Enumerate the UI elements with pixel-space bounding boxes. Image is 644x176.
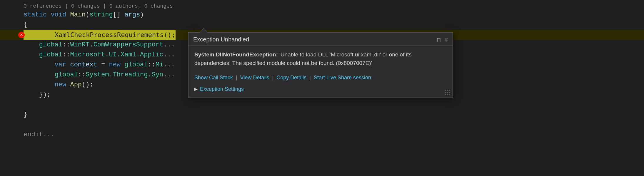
- global-kw2: global: [39, 50, 62, 60]
- sep1: |: [236, 75, 237, 81]
- paren-close: ): [140, 10, 144, 20]
- brace-open: {: [24, 20, 27, 30]
- grid-icon: [445, 90, 450, 95]
- sep3: |: [309, 75, 311, 81]
- indent3: [24, 60, 55, 70]
- global-kw1: global: [39, 40, 62, 50]
- ellipsis1: ...: [163, 40, 175, 50]
- ellipsis4: ...: [163, 70, 175, 80]
- ellipsis2: ...: [163, 50, 175, 60]
- code-line-empty2: [0, 120, 644, 130]
- live-share-link[interactable]: Start Live Share session.: [314, 75, 373, 81]
- exception-type: System.DllNotFoundException:: [194, 51, 278, 58]
- copy-details-link[interactable]: Copy Details: [276, 75, 306, 81]
- app-semi: ();: [82, 80, 94, 90]
- new-kw2: new: [55, 80, 70, 90]
- popup-body: System.DllNotFoundException: 'Unable to …: [188, 46, 453, 98]
- param-args: args: [124, 10, 140, 20]
- var-context: context: [70, 60, 97, 70]
- colons2: ::: [62, 50, 70, 60]
- keyword-static: static: [24, 10, 51, 20]
- colons1: ::: [62, 40, 70, 50]
- indent4: [24, 70, 55, 80]
- mi-ns: Mi: [156, 60, 163, 70]
- brace-close: }: [24, 110, 27, 120]
- code-line-empty: [0, 100, 644, 110]
- pin-button[interactable]: ⊓: [436, 37, 441, 43]
- exception-settings-link[interactable]: Exception Settings: [200, 86, 244, 92]
- popup-footer: ▶ Exception Settings: [194, 85, 447, 94]
- colons3: ::: [148, 60, 156, 70]
- indent2: [24, 50, 39, 60]
- bracket: []: [113, 10, 125, 20]
- param-type: string: [89, 10, 113, 20]
- colons4: ::: [78, 70, 86, 80]
- app-call: App: [70, 80, 82, 90]
- exception-message: System.DllNotFoundException: 'Unable to …: [194, 50, 447, 68]
- highlight-code: XamlCheckProcessRequirements();: [24, 30, 176, 40]
- indent1: [24, 40, 39, 50]
- view-details-link[interactable]: View Details: [240, 75, 269, 81]
- method-main: Main: [70, 10, 86, 20]
- code-line-endif: endif...: [0, 130, 644, 140]
- global-kw4: global: [55, 70, 78, 80]
- popup-title: Exception Unhandled: [193, 36, 249, 43]
- ellipsis3: ...: [163, 60, 175, 70]
- popup-links: Show Call Stack | View Details | Copy De…: [194, 75, 447, 81]
- var-keyword: var: [55, 60, 70, 70]
- paren-open: (: [86, 10, 89, 20]
- threading-ns: System.Threading.Syn: [86, 70, 163, 80]
- editor-area: 0 references | 0 changes | 0 authors, 0 …: [0, 0, 644, 176]
- endif-text: endif...: [24, 130, 55, 140]
- new-kw: new: [109, 60, 124, 70]
- indent5: [24, 80, 55, 90]
- code-line-brace-open: {: [0, 20, 644, 30]
- winrt-ns: WinRT.ComWrappersSupport: [70, 40, 163, 50]
- keyword-void: void: [51, 10, 70, 20]
- code-line-main: static void Main(string[] args): [0, 10, 644, 20]
- exception-popup: Exception Unhandled ⊓ × System.DllNotFou…: [188, 32, 453, 98]
- assign-op: =: [97, 60, 109, 70]
- global-kw3: global: [124, 60, 148, 70]
- error-dot: ✕: [18, 32, 25, 38]
- footer-expand-icon[interactable]: ▶: [194, 87, 198, 91]
- close-lambda: });: [24, 90, 51, 100]
- sep2: |: [272, 75, 273, 81]
- popup-header: Exception Unhandled ⊓ ×: [188, 33, 453, 46]
- show-call-stack-link[interactable]: Show Call Stack: [194, 75, 233, 81]
- meta-line: 0 references | 0 changes | 0 authors, 0 …: [0, 2, 644, 10]
- popup-controls: ⊓ ×: [436, 36, 448, 43]
- code-line-brace-close: }: [0, 110, 644, 120]
- msui-ns: Microsoft.UI.Xaml.Applic: [70, 50, 163, 60]
- close-button[interactable]: ×: [444, 36, 448, 43]
- meta-text: 0 references | 0 changes | 0 authors, 0 …: [24, 2, 173, 10]
